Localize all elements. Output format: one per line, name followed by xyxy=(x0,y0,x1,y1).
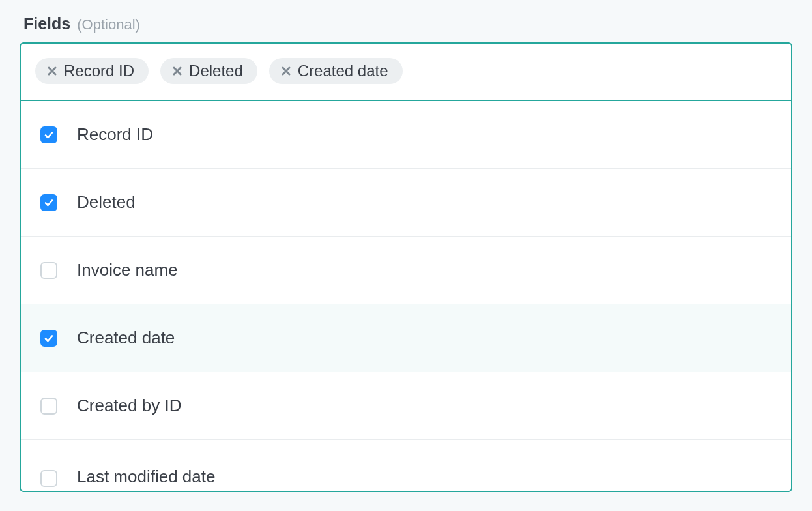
fields-header: Fields (Optional) xyxy=(23,14,792,33)
option-label: Invoice name xyxy=(77,260,178,280)
option-last-modified-date[interactable]: Last modified date xyxy=(21,440,791,491)
chip-label: Record ID xyxy=(64,63,134,79)
chip-deleted[interactable]: Deleted xyxy=(160,58,257,84)
checkbox[interactable] xyxy=(40,470,57,487)
chip-label: Deleted xyxy=(189,63,243,79)
selected-chips-row: Record ID Deleted Created date xyxy=(21,44,791,101)
option-deleted[interactable]: Deleted xyxy=(21,169,791,237)
checkbox[interactable] xyxy=(40,262,57,279)
fields-panel: Record ID Deleted Created date R xyxy=(20,42,792,492)
option-label: Record ID xyxy=(77,124,153,145)
remove-icon[interactable] xyxy=(172,66,182,76)
checkbox[interactable] xyxy=(40,398,57,415)
option-label: Created by ID xyxy=(77,396,181,416)
option-record-id[interactable]: Record ID xyxy=(21,101,791,169)
option-invoice-name[interactable]: Invoice name xyxy=(21,237,791,304)
checkbox[interactable] xyxy=(40,194,57,211)
chip-record-id[interactable]: Record ID xyxy=(35,58,149,84)
remove-icon[interactable] xyxy=(47,66,57,76)
chip-label: Created date xyxy=(298,63,388,79)
option-created-by-id[interactable]: Created by ID xyxy=(21,372,791,440)
option-label: Last modified date xyxy=(77,467,215,487)
checkbox[interactable] xyxy=(40,126,57,143)
fields-title: Fields xyxy=(23,14,70,33)
remove-icon[interactable] xyxy=(281,66,291,76)
option-label: Deleted xyxy=(77,192,136,212)
option-label: Created date xyxy=(77,328,175,348)
options-list: Record ID Deleted Invoice name Created d… xyxy=(21,101,791,491)
checkbox[interactable] xyxy=(40,330,57,347)
chip-created-date[interactable]: Created date xyxy=(269,58,403,84)
option-created-date[interactable]: Created date xyxy=(21,304,791,372)
fields-optional-hint: (Optional) xyxy=(77,16,140,33)
